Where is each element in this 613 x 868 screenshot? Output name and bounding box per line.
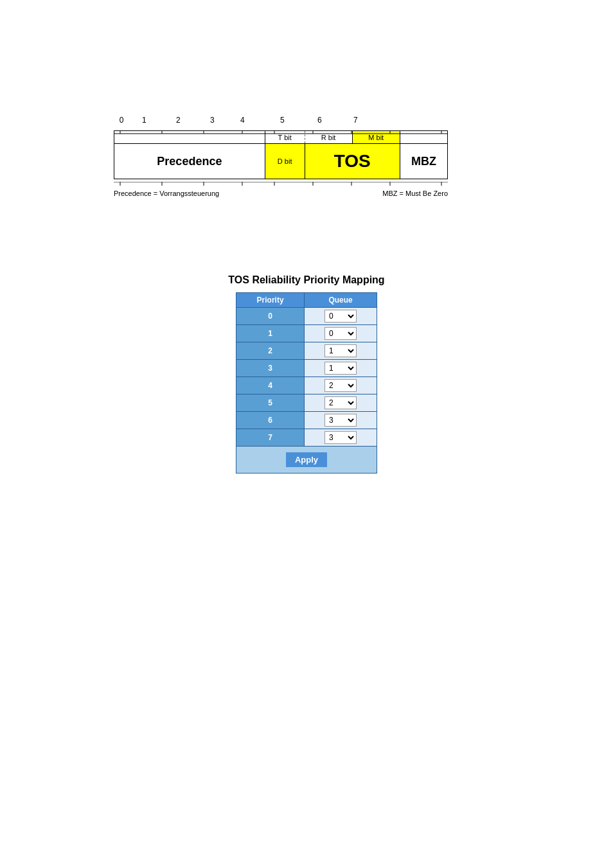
- bit-6: 6: [305, 116, 343, 125]
- queue-select[interactable]: 0123: [324, 362, 357, 375]
- queue-cell: 0123: [305, 377, 377, 394]
- tick-marks: [114, 127, 448, 130]
- priority-cell: 7: [236, 429, 304, 447]
- priority-cell: 6: [236, 412, 304, 429]
- bottom-ticks: [114, 179, 448, 184]
- priority-cell: 0: [236, 308, 304, 325]
- priority-header: Priority: [236, 293, 304, 308]
- bit-0: 0: [115, 116, 128, 125]
- precedence-cell: Precedence: [114, 144, 265, 179]
- table-row: 10123: [236, 325, 377, 342]
- table-row: 70123: [236, 429, 377, 447]
- diagram-section: 0 1 2 3 4 5 6 7: [114, 116, 499, 197]
- mapping-title: TOS Reliability Priority Mapping: [228, 274, 384, 286]
- bit-numbers-row: 0 1 2 3 4 5 6 7: [114, 116, 448, 125]
- queue-cell: 0123: [305, 342, 377, 360]
- priority-cell: 4: [236, 377, 304, 394]
- precedence-label: Precedence: [157, 155, 222, 168]
- diagram-legend: Precedence = Vorrangssteuerung MBZ = Mus…: [114, 190, 448, 197]
- bit-2: 2: [163, 116, 199, 125]
- queue-select[interactable]: 0123: [324, 327, 357, 340]
- queue-select[interactable]: 0123: [324, 344, 357, 357]
- priority-cell: 5: [236, 394, 304, 412]
- legend-right: MBZ = Must Be Zero: [382, 190, 448, 197]
- legend-left: Precedence = Vorrangssteuerung: [114, 190, 219, 197]
- mbz-cell: MBZ: [400, 144, 447, 179]
- queue-cell: 0123: [305, 325, 377, 342]
- bit-5: 5: [266, 116, 305, 125]
- table-row: 00123: [236, 308, 377, 325]
- table-row: 60123: [236, 412, 377, 429]
- priority-cell: 3: [236, 360, 304, 377]
- queue-header: Queue: [305, 293, 377, 308]
- page-container: 0 1 2 3 4 5 6 7: [0, 0, 613, 868]
- apply-button[interactable]: Apply: [286, 452, 327, 467]
- queue-select[interactable]: 0123: [324, 396, 357, 409]
- priority-cell: 2: [236, 342, 304, 360]
- mapping-header-row: Priority Queue: [236, 293, 377, 308]
- main-diagram-row: Precedence D bit TOS MBZ: [114, 144, 448, 179]
- mapping-section: TOS Reliability Priority Mapping Priorit…: [228, 274, 384, 474]
- tos-diagram-table: T bit R bit M bit Precedence D bit TOS M…: [114, 130, 448, 179]
- queue-cell: 0123: [305, 308, 377, 325]
- table-row: 50123: [236, 394, 377, 412]
- queue-select[interactable]: 0123: [324, 379, 357, 392]
- bit-4: 4: [234, 116, 266, 125]
- queue-cell: 0123: [305, 429, 377, 447]
- apply-row: Apply: [236, 447, 377, 474]
- queue-select[interactable]: 0123: [324, 310, 357, 323]
- apply-cell: Apply: [236, 447, 377, 474]
- queue-cell: 0123: [305, 394, 377, 412]
- priority-cell: 1: [236, 325, 304, 342]
- mapping-table: Priority Queue 0012310123201233012340123…: [236, 292, 377, 474]
- queue-select[interactable]: 0123: [324, 431, 357, 444]
- bit-1: 1: [128, 116, 163, 125]
- queue-select[interactable]: 0123: [324, 414, 357, 427]
- tos-cell: TOS: [305, 144, 400, 179]
- bit-3: 3: [199, 116, 234, 125]
- bit-7: 7: [343, 116, 369, 125]
- dbit-cell: D bit: [265, 144, 305, 179]
- table-row: 40123: [236, 377, 377, 394]
- table-row: 30123: [236, 360, 377, 377]
- table-row: 20123: [236, 342, 377, 360]
- queue-cell: 0123: [305, 360, 377, 377]
- queue-cell: 0123: [305, 412, 377, 429]
